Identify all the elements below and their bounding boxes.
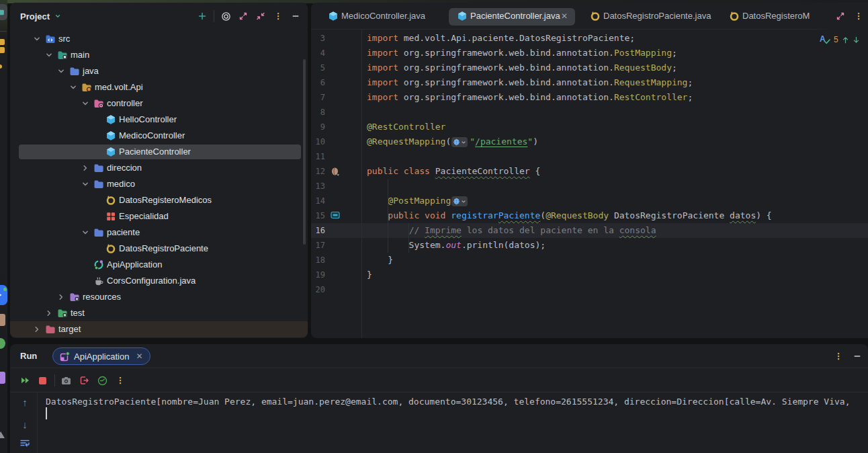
next-warning-icon[interactable] [853, 36, 860, 44]
folder-blue-icon [93, 179, 104, 190]
project-title[interactable]: Project [20, 11, 50, 22]
tree-item-label: java [83, 63, 99, 79]
tree-item-direccion[interactable]: direccion [10, 160, 308, 176]
run-tool-window-icon[interactable] [0, 285, 7, 305]
debug-tool-window-icon[interactable] [0, 314, 5, 326]
code-line-11 [367, 149, 772, 164]
tree-item-DatosRegisteroMedicos[interactable]: DatosRegisteroMedicos [10, 192, 308, 208]
tree-item-resources[interactable]: resources [10, 289, 308, 305]
problems-tool-window-icon[interactable] [0, 372, 5, 384]
tab-3[interactable]: DatosRegistroPaciente.java [603, 3, 711, 30]
tree-item-DatosRegistroPaciente[interactable]: DatosRegistroPaciente [10, 241, 308, 257]
code-line-15: public void registrarPaciente(@RequestBo… [367, 208, 772, 223]
console[interactable]: ↑ ↓ DatosRegistroPaciente[nombre=Juan Pe… [10, 393, 868, 453]
tree-item-controller[interactable]: controller [10, 95, 308, 112]
java-class-gutter-icon[interactable] [331, 167, 340, 176]
line-number: 8 [311, 105, 325, 120]
more-options-icon[interactable] [853, 11, 864, 22]
tree-item-medico[interactable]: medico [10, 176, 308, 192]
hide-panel-icon[interactable] [852, 351, 863, 362]
project-tool-window-icon[interactable] [0, 4, 7, 20]
tree-item-HelloController[interactable]: HelloController [10, 112, 308, 128]
chevron-right-icon[interactable] [56, 292, 67, 302]
spring-class-icon [105, 147, 116, 157]
tool-window-dock [0, 0, 7, 453]
chevron-right-icon[interactable] [32, 324, 42, 335]
tree-item-target[interactable]: target [10, 321, 308, 337]
tree-item-label: CorsConfiguration.java [107, 273, 196, 289]
chevron-down-icon[interactable] [52, 11, 63, 22]
java-file-icon [93, 276, 104, 286]
code-editor[interactable]: import med.volt.Api.paciente.DatosRegist… [367, 31, 772, 297]
prev-occurrence-icon[interactable]: ↑ [10, 397, 40, 408]
api-endpoint-gutter-icon[interactable] [331, 211, 340, 220]
tree-item-MedicoController[interactable]: MedicoController [10, 128, 308, 144]
code-line-14: @PostMapping [367, 194, 772, 208]
tree-item-CorsConfiguration.java[interactable]: CorsConfiguration.java [10, 273, 308, 289]
collapse-all-icon[interactable] [255, 11, 266, 22]
more-options-icon[interactable] [833, 351, 844, 362]
console-cursor [46, 407, 47, 419]
divider [54, 374, 55, 386]
tree-item-label: paciente [107, 224, 140, 241]
tree-item-test[interactable]: test [10, 305, 308, 321]
chevron-down-icon[interactable] [32, 34, 42, 44]
chevron-down-icon[interactable] [68, 82, 79, 93]
tree-item-main[interactable]: main [10, 47, 308, 63]
line-number: 10 [311, 134, 325, 149]
tree-scrollbar[interactable] [303, 59, 306, 245]
chevron-right-icon[interactable] [44, 308, 54, 319]
tree-item-label: target [58, 321, 81, 337]
soft-wrap-icon[interactable] [10, 439, 40, 447]
url-inlay-hint[interactable] [451, 196, 468, 206]
tree-item-Especialidad[interactable]: Especialidad [10, 208, 308, 224]
tab-2[interactable]: PacienteController.java [470, 3, 560, 30]
tree-item-ApiApplication[interactable]: ApiApplication [10, 257, 308, 273]
commit-tool-window-icon[interactable] [0, 39, 5, 45]
run-tab-label: ApiApplication [74, 352, 129, 362]
close-icon[interactable]: ✕ [136, 352, 142, 361]
chevron-down-icon[interactable] [56, 66, 67, 77]
tree-item-java[interactable]: java [10, 63, 308, 79]
prev-warning-icon[interactable] [842, 36, 849, 44]
line-number: 5 [311, 60, 325, 75]
chevron-down-icon[interactable] [80, 179, 91, 190]
run-toolbar [10, 369, 868, 393]
code-line-4: import org.springframework.web.bind.anno… [367, 46, 772, 60]
url-inlay-hint[interactable] [451, 137, 468, 147]
run-config-tab[interactable]: ApiApplication ✕ [52, 347, 150, 365]
hide-panel-icon[interactable] [290, 11, 301, 22]
next-occurrence-icon[interactable]: ↓ [10, 419, 40, 430]
stop-icon[interactable] [37, 375, 48, 386]
tree-item-label: MedicoController [119, 128, 185, 144]
commit-tool-window-icon-2[interactable] [0, 47, 5, 53]
expand-editor-icon[interactable] [835, 11, 846, 22]
more-options-icon[interactable] [115, 375, 126, 386]
tree-item-PacienteController[interactable]: PacienteController [10, 144, 308, 160]
chevron-right-icon[interactable] [80, 163, 91, 173]
chevron-down-icon[interactable] [44, 50, 54, 60]
tab-1[interactable]: MedicoController.java [341, 3, 425, 30]
run-configuration-icon [60, 352, 70, 362]
tree-item-med.volt.Api[interactable]: med.volt.Api [10, 79, 308, 95]
locate-target-icon[interactable] [220, 11, 231, 22]
expand-all-icon[interactable] [238, 11, 249, 22]
rerun-icon[interactable] [19, 375, 30, 386]
console-output: DatosRegistroPaciente[nombre=Juan Perez,… [46, 395, 868, 409]
terminal-tool-window-icon[interactable] [0, 431, 5, 438]
tree-item-paciente[interactable]: paciente [10, 224, 308, 241]
gc-icon[interactable] [97, 375, 107, 386]
tab-4[interactable]: DatosRegisteroM [742, 3, 810, 30]
tree-item-src[interactable]: src [10, 31, 308, 47]
thread-dump-icon[interactable] [60, 375, 71, 386]
chevron-down-icon[interactable] [80, 227, 91, 238]
inspections-widget[interactable]: A 5 [820, 34, 860, 46]
gutter-line-numbers: 34567891011121314151617181920 [311, 31, 325, 297]
exit-icon[interactable] [79, 375, 89, 386]
line-number: 14 [311, 194, 325, 208]
add-icon[interactable] [197, 11, 208, 22]
chevron-down-icon[interactable] [80, 98, 91, 109]
more-options-icon[interactable] [273, 11, 284, 22]
close-tab-icon[interactable]: ✕ [561, 3, 568, 30]
services-tool-window-icon[interactable] [0, 338, 5, 349]
